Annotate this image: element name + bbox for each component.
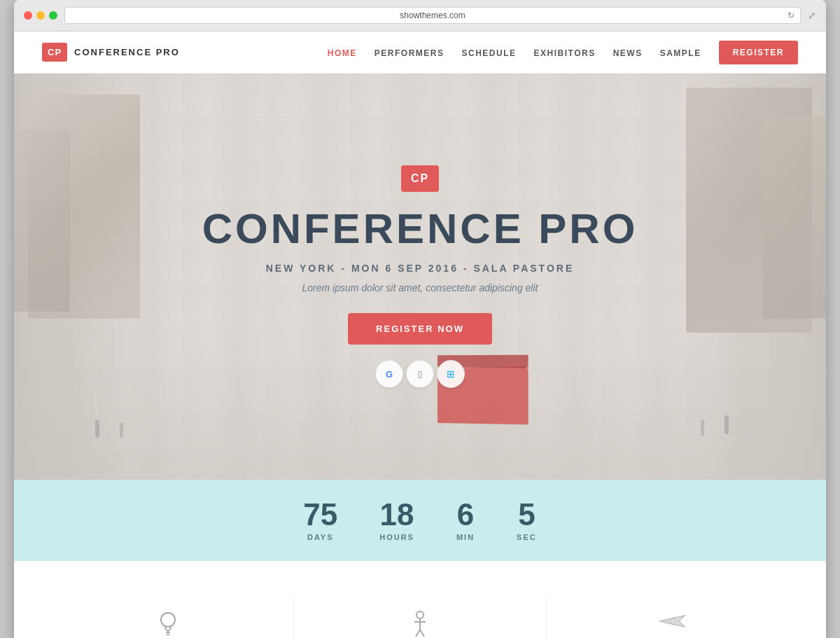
nav-link-home[interactable]: HOME <box>328 48 357 58</box>
apple-icon:  <box>418 368 421 380</box>
lightbulb-icon <box>70 610 265 638</box>
svg-line-5 <box>172 614 174 616</box>
plane-icon <box>575 610 770 638</box>
reload-icon[interactable]: ↻ <box>788 11 794 20</box>
close-button[interactable] <box>24 11 32 20</box>
countdown-min-number: 6 <box>456 499 475 530</box>
nav-register-button[interactable]: REGISTER <box>719 41 798 64</box>
countdown-days: 75 DAYS <box>303 499 337 541</box>
nav-link-schedule[interactable]: SCHEDULE <box>462 48 517 58</box>
hero-section: CP CONFERENCE PRO NEW YORK - MON 6 SEP 2… <box>14 74 826 480</box>
browser-window: showthemes.com ↻ ⤢ CP CONFERENCE PRO HOM… <box>14 0 826 638</box>
apple-icon-circle[interactable]:  <box>406 360 434 388</box>
traffic-lights <box>24 11 57 20</box>
hero-title: CONFERENCE PRO <box>202 204 638 253</box>
google-icon-circle[interactable]: G <box>375 360 403 388</box>
buildings-left <box>14 74 168 480</box>
hero-content: CP CONFERENCE PRO NEW YORK - MON 6 SEP 2… <box>188 151 652 402</box>
countdown-hours-number: 18 <box>379 499 414 530</box>
person-icon <box>322 610 517 638</box>
countdown-sec-number: 5 <box>517 499 537 530</box>
nav-link-performers[interactable]: PERFORMERS <box>374 48 444 58</box>
address-bar[interactable]: showthemes.com ↻ <box>64 7 801 24</box>
feature-build-community: BUILD COMMUNITY <box>294 596 546 638</box>
nav-link-exhibitors[interactable]: EXHIBITORS <box>534 48 596 58</box>
countdown-sec-label: SEC <box>517 533 537 541</box>
nav-links: HOME PERFORMERS SCHEDULE EXHIBITORS NEWS… <box>328 41 798 64</box>
nav-link-sample[interactable]: SAMPLE <box>660 48 701 58</box>
windows-icon: ⊞ <box>447 368 455 380</box>
feature-get-inspired: GET INSPIRED <box>42 596 294 638</box>
feature-icon-fonts: ICON FONTS HERE <box>547 596 798 638</box>
countdown-hours: 18 HOURS <box>379 499 414 541</box>
hero-icons-row: G  ⊞ <box>202 360 638 388</box>
buildings-right <box>672 74 826 480</box>
countdown-sec: 5 SEC <box>517 499 537 541</box>
logo-link[interactable]: CP CONFERENCE PRO <box>42 43 180 62</box>
svg-line-12 <box>420 630 424 637</box>
svg-line-11 <box>416 630 420 637</box>
google-icon: G <box>386 369 393 380</box>
svg-line-4 <box>162 614 164 616</box>
hero-logo-badge: CP <box>401 165 439 192</box>
countdown-hours-label: HOURS <box>379 533 414 541</box>
features-section: GET INSPIRED BUILD COMMUNITY <box>14 561 826 638</box>
logo-text: CONFERENCE PRO <box>74 47 180 57</box>
browser-chrome: showthemes.com ↻ ⤢ <box>14 0 826 32</box>
minimize-button[interactable] <box>36 11 45 20</box>
navigation: CP CONFERENCE PRO HOME PERFORMERS SCHEDU… <box>14 32 826 74</box>
maximize-button[interactable] <box>49 11 57 20</box>
countdown-min-label: MIN <box>456 533 475 541</box>
countdown-days-number: 75 <box>303 499 337 530</box>
expand-icon[interactable]: ⤢ <box>808 10 816 21</box>
nav-link-news[interactable]: NEWS <box>613 48 643 58</box>
windows-icon-circle[interactable]: ⊞ <box>437 360 465 388</box>
svg-point-8 <box>416 611 424 618</box>
hero-description: Lorem ipsum dolor sit amet, consectetur … <box>202 282 638 293</box>
countdown-min: 6 MIN <box>456 499 475 541</box>
hero-subtitle: NEW YORK - MON 6 SEP 2016 - SALA PASTORE <box>202 263 638 274</box>
hero-register-button[interactable]: REGISTER NOW <box>348 313 492 345</box>
url-text: showthemes.com <box>400 11 465 20</box>
website-content: CP CONFERENCE PRO HOME PERFORMERS SCHEDU… <box>14 32 826 638</box>
logo-badge: CP <box>42 43 67 62</box>
countdown-days-label: DAYS <box>303 533 337 541</box>
countdown-section: 75 DAYS 18 HOURS 6 MIN 5 SEC <box>14 480 826 561</box>
